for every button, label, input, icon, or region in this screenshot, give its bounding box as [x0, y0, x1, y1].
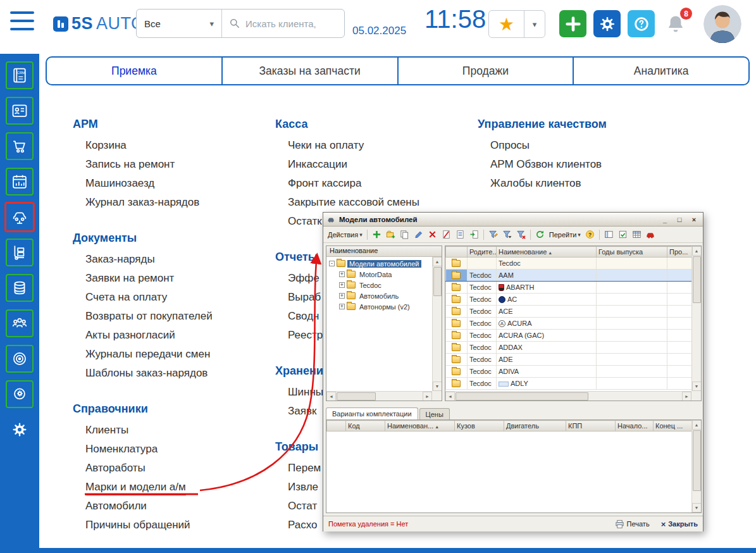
edit-button[interactable]: [412, 228, 425, 241]
sidebar-item-warehouse[interactable]: [6, 239, 34, 266]
tab-priemka[interactable]: Приемка: [47, 58, 221, 84]
sidebar-item-support[interactable]: [6, 380, 34, 408]
filter-by-value-button[interactable]: [500, 228, 514, 241]
tree-node-avtomobil[interactable]: + Автомобиль: [326, 290, 432, 301]
table-row[interactable]: Tecdoc: [446, 258, 692, 270]
settings-button[interactable]: [593, 10, 621, 37]
table-row[interactable]: TecdocACURA (GAC): [446, 330, 692, 342]
car-models-button[interactable]: [644, 228, 657, 241]
menu-item-zapis-na-remont[interactable]: Запись на ремонт: [73, 155, 269, 174]
menu-item-avtoraboty[interactable]: Автоработы: [73, 459, 269, 478]
tree-node-root[interactable]: - Модели автомобилей: [326, 258, 432, 269]
table-row[interactable]: TecdocABARTH: [446, 282, 692, 294]
sidebar-item-finance[interactable]: [6, 274, 34, 302]
column-header-dvigatel[interactable]: Двигатель: [504, 421, 566, 432]
scroll-left-icon[interactable]: ◄: [445, 392, 455, 401]
table-row[interactable]: TecdocAC: [446, 294, 692, 306]
expand-icon[interactable]: +: [339, 293, 345, 299]
menu-item-zhurnaly-peredachi-smen[interactable]: Журналы передачи смен: [73, 345, 269, 364]
column-header-nachalo[interactable]: Начало...: [616, 421, 654, 432]
column-header-kpp[interactable]: КПП: [566, 421, 616, 432]
icon-column-header[interactable]: [446, 247, 468, 258]
sidebar-item-sales[interactable]: [6, 132, 34, 160]
tab-varianty-komplektacii[interactable]: Варианты комплектации: [326, 407, 418, 420]
tree-vertical-scrollbar[interactable]: ▲ ▼: [432, 257, 442, 391]
tab-analitika[interactable]: Аналитика: [573, 58, 748, 84]
tree-column-header[interactable]: Наименование: [326, 246, 442, 257]
scroll-up-icon[interactable]: ▲: [433, 257, 442, 266]
maximize-button[interactable]: □: [674, 214, 685, 225]
menu-item-arm-obzvon[interactable]: АРМ Обзвон клиентов: [478, 155, 674, 174]
add-button[interactable]: [559, 10, 586, 37]
sidebar-item-settings[interactable]: [6, 416, 34, 444]
help-button[interactable]: [628, 10, 655, 37]
menu-item-zakaz-naryady[interactable]: Заказ-наряды: [73, 250, 269, 269]
scrollbar-thumb[interactable]: [455, 392, 588, 401]
menu-item-cheki-na-oplatu[interactable]: Чеки на оплату: [275, 136, 471, 155]
menu-item-mashinozaezd[interactable]: Машинозаезд: [73, 174, 269, 193]
panels-button[interactable]: [602, 228, 616, 241]
sidebar-item-service[interactable]: [4, 202, 35, 232]
table-row[interactable]: TecdocADDAX: [446, 342, 692, 354]
column-header-kod[interactable]: Код: [346, 421, 385, 432]
move-to-group-button[interactable]: [468, 228, 481, 241]
table-row[interactable]: TecdocACURA: [446, 318, 692, 330]
menu-item-front-kassira[interactable]: Фронт кассира: [275, 174, 471, 193]
tab-tseny[interactable]: Цены: [419, 408, 450, 419]
search-input[interactable]: [245, 18, 334, 29]
tab-zakazy-zapchasti[interactable]: Заказы на запчасти: [221, 58, 397, 84]
selection-mode-button[interactable]: [616, 228, 629, 241]
notifications-button[interactable]: 8: [663, 8, 692, 39]
menu-item-nomenklatura[interactable]: Номенклатура: [73, 440, 269, 459]
hamburger-menu-icon[interactable]: [10, 11, 34, 30]
menu-item-korzina[interactable]: Корзина: [73, 136, 269, 155]
scroll-up-icon[interactable]: ▲: [692, 246, 702, 256]
tree-node-tecdoc[interactable]: + Tecdoc: [326, 280, 432, 290]
scroll-right-icon[interactable]: ►: [682, 392, 691, 401]
table-settings-button[interactable]: [630, 228, 643, 241]
menu-item-akty-raznoglasiy[interactable]: Акты разногласий: [73, 326, 269, 345]
copy-button[interactable]: [398, 228, 411, 241]
menu-item-zakrytie-smeny[interactable]: Закрытие кассовой смены: [275, 193, 471, 212]
actions-button[interactable]: Действия▾: [326, 228, 364, 241]
print-button[interactable]: Печать: [615, 519, 650, 529]
table-row[interactable]: TecdocACE: [446, 306, 692, 318]
search-field[interactable]: [222, 9, 344, 37]
table-row[interactable]: TecdocADIVA: [446, 366, 692, 378]
filter-settings-button[interactable]: [486, 228, 500, 241]
expand-icon[interactable]: +: [339, 282, 345, 288]
column-header-konec[interactable]: Конец ...: [654, 421, 692, 432]
column-header-parent[interactable]: Родите...: [468, 247, 497, 258]
close-window-button[interactable]: × Закрыть: [661, 519, 698, 529]
filter-clear-button[interactable]: [514, 228, 528, 241]
minimize-button[interactable]: _: [659, 214, 671, 225]
table-row[interactable]: TecdocADE: [446, 354, 692, 366]
scrollbar-thumb[interactable]: [693, 256, 701, 303]
tree-horizontal-scrollbar[interactable]: ◄ ►: [326, 391, 432, 401]
add-button[interactable]: [370, 228, 383, 241]
bottom-grid-vertical-scrollbar[interactable]: ▲ ▼: [691, 420, 701, 513]
menu-item-scheta-na-oplatu[interactable]: Счета на оплату: [73, 288, 269, 307]
menu-item-oprosy[interactable]: Опросы: [478, 136, 674, 155]
list-view-button[interactable]: [454, 228, 467, 241]
sidebar-item-planner[interactable]: [6, 168, 34, 196]
scrollbar-thumb[interactable]: [693, 430, 701, 491]
menu-item-zhaloby[interactable]: Жалобы клиентов: [478, 174, 674, 193]
icon-column-header[interactable]: [327, 421, 346, 432]
scrollbar-thumb[interactable]: [433, 267, 442, 296]
collapse-icon[interactable]: -: [329, 261, 335, 266]
deletion-mark-button[interactable]: [440, 228, 453, 241]
sidebar-item-clients[interactable]: [6, 97, 34, 125]
scrollbar-thumb[interactable]: [337, 392, 376, 401]
sidebar-item-marketing[interactable]: [6, 345, 34, 373]
expand-icon[interactable]: +: [339, 271, 345, 277]
table-row-selected[interactable]: TecdocAAM: [446, 270, 692, 282]
column-header-naimenovanie[interactable]: Наименован...▲: [385, 421, 455, 432]
tab-prodazhi[interactable]: Продажи: [397, 58, 573, 84]
tree-node-avtonormy[interactable]: + Автонормы (v2): [326, 301, 432, 312]
menu-item-zhurnal-zakaz-naryadov[interactable]: Журнал заказ-нарядов: [73, 193, 269, 212]
scroll-left-icon[interactable]: ◄: [326, 392, 336, 401]
tree-node-motordata[interactable]: + MotorData: [326, 269, 432, 280]
chevron-down-icon[interactable]: ▾: [524, 11, 545, 37]
star-icon[interactable]: ★: [489, 11, 524, 37]
